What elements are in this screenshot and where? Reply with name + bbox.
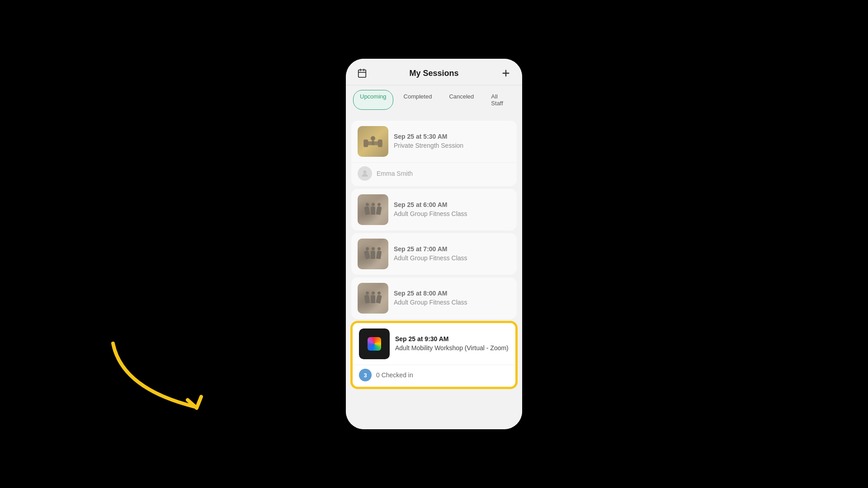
- session-checkin-5: 3 0 Checked in: [353, 365, 515, 387]
- tab-all-staff[interactable]: All Staff: [484, 90, 515, 110]
- svg-point-11: [363, 170, 367, 174]
- svg-rect-8: [378, 140, 382, 147]
- session-time-4: Sep 25 at 8:00 AM: [394, 290, 510, 297]
- session-name-2: Adult Group Fitness Class: [394, 210, 510, 218]
- sessions-list: Sep 25 at 5:30 AM Private Strength Sessi…: [346, 114, 522, 429]
- session-card-2[interactable]: Sep 25 at 6:00 AM Adult Group Fitness Cl…: [351, 189, 517, 230]
- session-info-4: Sep 25 at 8:00 AM Adult Group Fitness Cl…: [394, 290, 510, 306]
- session-thumbnail-2: [358, 194, 388, 225]
- session-main-2: Sep 25 at 6:00 AM Adult Group Fitness Cl…: [351, 189, 517, 230]
- session-info-2: Sep 25 at 6:00 AM Adult Group Fitness Cl…: [394, 201, 510, 218]
- session-name-4: Adult Group Fitness Class: [394, 298, 510, 306]
- session-card-5[interactable]: Sep 25 at 9:30 AM Adult Mobility Worksho…: [351, 322, 517, 388]
- checkin-text-5: 0 Checked in: [376, 371, 413, 379]
- svg-rect-7: [363, 140, 368, 147]
- session-card-1[interactable]: Sep 25 at 5:30 AM Private Strength Sessi…: [351, 121, 517, 186]
- session-main-4: Sep 25 at 8:00 AM Adult Group Fitness Cl…: [351, 277, 517, 319]
- session-attendee-1: Emma Smith: [351, 162, 517, 186]
- session-main-1: Sep 25 at 5:30 AM Private Strength Sessi…: [351, 121, 517, 162]
- svg-rect-10: [372, 141, 374, 145]
- session-thumbnail-4: [358, 283, 388, 314]
- session-time-5: Sep 25 at 9:30 AM: [395, 335, 509, 343]
- session-name-1: Private Strength Session: [394, 141, 510, 150]
- checkin-badge-5: 3: [359, 369, 372, 381]
- session-main-5: Sep 25 at 9:30 AM Adult Mobility Worksho…: [353, 323, 515, 365]
- tab-completed[interactable]: Completed: [397, 90, 439, 110]
- session-thumbnail-5: [359, 328, 390, 359]
- session-time-2: Sep 25 at 6:00 AM: [394, 201, 510, 208]
- svg-point-9: [371, 136, 375, 141]
- session-info-1: Sep 25 at 5:30 AM Private Strength Sessi…: [394, 133, 510, 150]
- tab-canceled[interactable]: Canceled: [442, 90, 481, 110]
- svg-rect-0: [359, 70, 366, 78]
- calendar-icon[interactable]: [355, 66, 369, 80]
- session-card-4[interactable]: Sep 25 at 8:00 AM Adult Group Fitness Cl…: [351, 277, 517, 319]
- filter-tabs-bar: Upcoming Completed Canceled All Staff: [346, 85, 522, 114]
- session-main-3: Sep 25 at 7:00 AM Adult Group Fitness Cl…: [351, 233, 517, 275]
- attendee-name-1: Emma Smith: [377, 170, 413, 177]
- add-button[interactable]: [499, 66, 513, 80]
- arrow-annotation: [104, 334, 231, 425]
- session-thumbnail-3: [358, 239, 388, 269]
- session-thumbnail-1: [358, 126, 388, 157]
- tab-upcoming[interactable]: Upcoming: [353, 90, 393, 110]
- session-info-5: Sep 25 at 9:30 AM Adult Mobility Worksho…: [395, 335, 509, 352]
- session-time-1: Sep 25 at 5:30 AM: [394, 133, 510, 140]
- session-time-3: Sep 25 at 7:00 AM: [394, 245, 510, 253]
- avatar-1: [358, 166, 372, 181]
- page-title: My Sessions: [369, 69, 499, 78]
- session-info-3: Sep 25 at 7:00 AM Adult Group Fitness Cl…: [394, 245, 510, 262]
- app-header: My Sessions: [346, 59, 522, 85]
- session-name-3: Adult Group Fitness Class: [394, 254, 510, 262]
- session-name-5: Adult Mobility Workshop (Virtual - Zoom): [395, 344, 509, 352]
- session-card-3[interactable]: Sep 25 at 7:00 AM Adult Group Fitness Cl…: [351, 233, 517, 275]
- phone-frame: My Sessions Upcoming Completed Canceled …: [346, 59, 522, 429]
